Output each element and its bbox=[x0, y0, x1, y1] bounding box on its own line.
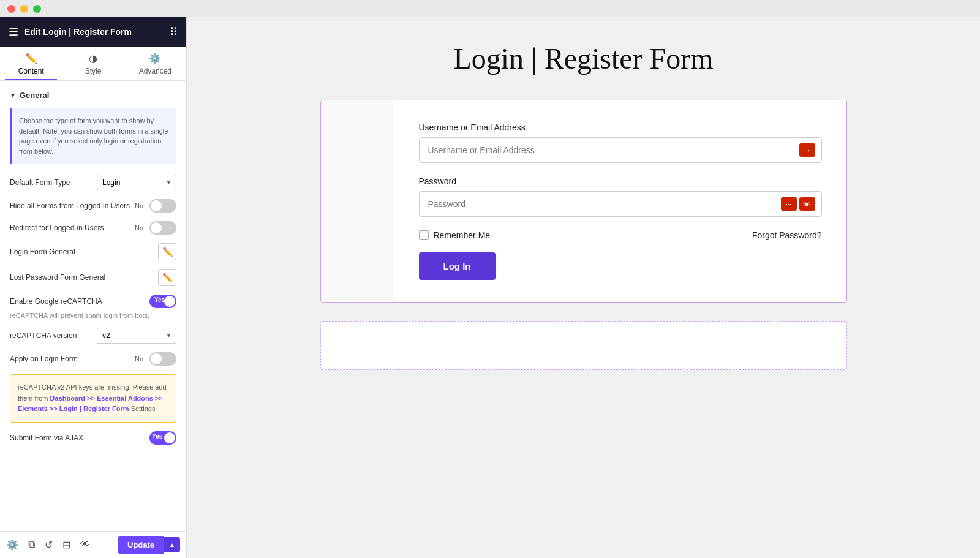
recaptcha-version-row: reCAPTCHA version v2 v3 bbox=[10, 328, 176, 344]
password-input-icons: ··· 👁 bbox=[775, 197, 821, 211]
recaptcha-version-label: reCAPTCHA version bbox=[10, 331, 77, 340]
recaptcha-row: Enable Google reCAPTCHA Yes bbox=[10, 295, 176, 308]
settings-icon[interactable]: ⚙️ bbox=[6, 539, 18, 551]
warning-box: reCAPTCHA v2 API keys are missing. Pleas… bbox=[10, 374, 176, 423]
username-label: Username or Email Address bbox=[419, 123, 822, 132]
default-form-type-row: Default Form Type Login Register bbox=[10, 175, 176, 190]
redirect-row: Redirect for Logged-in Users No bbox=[10, 221, 176, 235]
password-label: Password bbox=[419, 176, 822, 186]
password-dynamic-icon[interactable]: ··· bbox=[781, 197, 797, 211]
username-field-group: Username or Email Address ··· bbox=[419, 123, 822, 163]
tab-style-label: Style bbox=[85, 67, 102, 75]
username-input-icons: ··· bbox=[793, 143, 821, 157]
password-toggle-visibility-icon[interactable]: 👁 bbox=[799, 197, 815, 211]
update-group: Update ▲ bbox=[118, 536, 180, 554]
hide-forms-toggle-wrap: No bbox=[135, 199, 176, 213]
apply-login-label: Apply on Login Form bbox=[10, 355, 78, 363]
remember-me-group: Remember Me bbox=[419, 230, 491, 240]
hide-forms-toggle[interactable] bbox=[149, 199, 176, 213]
apply-login-toggle[interactable] bbox=[149, 352, 176, 366]
login-form-card: Username or Email Address ··· Password bbox=[320, 100, 847, 303]
recaptcha-toggle[interactable]: Yes bbox=[149, 295, 176, 308]
tab-advanced-label: Advanced bbox=[139, 67, 172, 75]
tab-content-label: Content bbox=[18, 67, 44, 75]
default-form-type-select-wrapper: Login Register bbox=[97, 175, 176, 190]
layers-icon[interactable]: ⧉ bbox=[28, 539, 35, 551]
recaptcha-label: Enable Google reCAPTCHA bbox=[10, 297, 102, 306]
forgot-password-link[interactable]: Forgot Password? bbox=[752, 230, 822, 240]
sidebar-header-left: ☰ Edit Login | Register Form bbox=[9, 25, 132, 39]
password-field-group: Password ··· 👁 bbox=[419, 176, 822, 217]
redirect-toggle[interactable] bbox=[149, 221, 176, 235]
page-title: Login | Register Form bbox=[453, 42, 713, 75]
apply-login-row: Apply on Login Form No bbox=[10, 352, 176, 366]
tab-style[interactable]: ◑ Style bbox=[62, 47, 124, 80]
bottom-toolbar: ⚙️ ⧉ ↺ ⊟ 👁 Update ▲ bbox=[0, 531, 186, 558]
minimize-button[interactable] bbox=[20, 5, 28, 13]
section-general-header[interactable]: ▼ General bbox=[10, 91, 176, 100]
pencil-icon: ✏️ bbox=[25, 53, 37, 64]
hide-forms-no-label: No bbox=[135, 202, 143, 209]
lost-password-row: Lost Password Form General ✏️ bbox=[10, 269, 176, 286]
tab-content[interactable]: ✏️ Content bbox=[0, 47, 62, 80]
info-box: Choose the type of form you want to show… bbox=[10, 108, 176, 164]
remember-me-label: Remember Me bbox=[434, 230, 491, 240]
redirect-toggle-wrap: No bbox=[135, 221, 176, 235]
form-card-sidebar-panel bbox=[321, 100, 394, 302]
redirect-label: Redirect for Logged-in Users bbox=[10, 224, 104, 232]
chevron-down-icon: ▼ bbox=[10, 92, 16, 99]
recaptcha-yes-label: Yes bbox=[152, 296, 167, 303]
submit-ajax-toggle[interactable]: Yes bbox=[149, 431, 176, 445]
form-card-main: Username or Email Address ··· Password bbox=[394, 100, 846, 302]
template-icon[interactable]: ⊟ bbox=[62, 539, 70, 551]
recaptcha-version-select[interactable]: v2 v3 bbox=[97, 328, 176, 344]
warning-text-2: Settings bbox=[129, 405, 156, 412]
lost-password-edit-btn[interactable]: ✏️ bbox=[158, 269, 176, 286]
login-form-general-row: Login Form General ✏️ bbox=[10, 243, 176, 260]
remember-me-checkbox[interactable] bbox=[419, 230, 429, 240]
window-chrome bbox=[0, 0, 980, 17]
update-button[interactable]: Update bbox=[118, 536, 164, 554]
tab-advanced[interactable]: ⚙️ Advanced bbox=[124, 47, 186, 80]
register-form-placeholder bbox=[320, 321, 847, 370]
form-card-inner: Username or Email Address ··· Password bbox=[321, 100, 846, 302]
sidebar: ☰ Edit Login | Register Form ⠿ ✏️ Conten… bbox=[0, 0, 187, 558]
submit-ajax-toggle-wrap: Yes bbox=[149, 431, 176, 445]
sidebar-header: ☰ Edit Login | Register Form ⠿ bbox=[0, 17, 186, 47]
close-button[interactable] bbox=[7, 5, 15, 13]
lost-password-label: Lost Password Form General bbox=[10, 273, 105, 282]
submit-ajax-row: Submit Form via AJAX Yes bbox=[10, 431, 176, 445]
recaptcha-version-select-wrapper: v2 v3 bbox=[97, 328, 176, 344]
maximize-button[interactable] bbox=[33, 5, 41, 13]
sidebar-content: ▼ General Choose the type of form you wa… bbox=[0, 81, 186, 531]
preview-icon[interactable]: 👁 bbox=[80, 539, 90, 551]
sidebar-title: Edit Login | Register Form bbox=[24, 27, 132, 37]
password-input-wrap: ··· 👁 bbox=[419, 191, 822, 217]
login-button[interactable]: Log In bbox=[419, 252, 496, 280]
default-form-type-label: Default Form Type bbox=[10, 178, 70, 187]
grid-icon[interactable]: ⠿ bbox=[170, 25, 178, 39]
sidebar-tabs: ✏️ Content ◑ Style ⚙️ Advanced bbox=[0, 47, 186, 81]
hide-forms-label: Hide all Forms from Logged-in Users bbox=[10, 202, 130, 210]
username-input[interactable] bbox=[420, 138, 793, 162]
username-dynamic-icon[interactable]: ··· bbox=[799, 143, 815, 157]
apply-login-no-label: No bbox=[135, 355, 143, 363]
login-form-general-edit-btn[interactable]: ✏️ bbox=[158, 243, 176, 260]
login-form-general-label: Login Form General bbox=[10, 247, 75, 256]
main-area: Login | Register Form Username or Email … bbox=[187, 0, 980, 558]
hamburger-icon[interactable]: ☰ bbox=[9, 25, 18, 39]
info-text: Choose the type of form you want to show… bbox=[19, 117, 168, 155]
update-expand-button[interactable]: ▲ bbox=[164, 537, 180, 552]
canvas-area: Login | Register Form Username or Email … bbox=[308, 17, 859, 394]
style-icon: ◑ bbox=[89, 53, 97, 64]
username-input-wrap: ··· bbox=[419, 137, 822, 163]
redirect-no-label: No bbox=[135, 224, 143, 232]
section-general-label: General bbox=[20, 91, 49, 100]
hide-forms-row: Hide all Forms from Logged-in Users No bbox=[10, 199, 176, 213]
default-form-type-select[interactable]: Login Register bbox=[97, 175, 176, 190]
recaptcha-toggle-wrap: Yes bbox=[149, 295, 176, 308]
password-input[interactable] bbox=[420, 192, 775, 216]
gear-icon: ⚙️ bbox=[149, 53, 161, 64]
history-icon[interactable]: ↺ bbox=[45, 539, 53, 551]
apply-login-toggle-wrap: No bbox=[135, 352, 176, 366]
